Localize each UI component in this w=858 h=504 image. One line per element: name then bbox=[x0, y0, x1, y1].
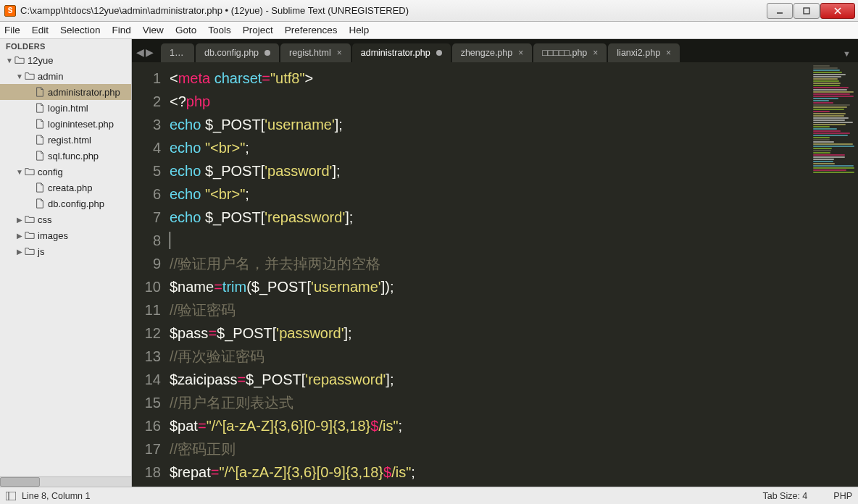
tab-lianxi2-php[interactable]: lianxi2.php× bbox=[608, 43, 680, 62]
disclosure-open-icon[interactable]: ▼ bbox=[16, 72, 23, 80]
file-icon bbox=[35, 119, 45, 129]
tab-label: db.config.php bbox=[204, 48, 259, 58]
file-icon bbox=[35, 103, 45, 113]
tree-item-label: sql.func.php bbox=[48, 151, 99, 161]
tree-item-sql-func-php[interactable]: sql.func.php bbox=[0, 148, 131, 164]
file-icon bbox=[35, 87, 45, 97]
menu-tools[interactable]: Tools bbox=[208, 25, 231, 35]
tab--php[interactable]: □□□□□.php× bbox=[533, 43, 607, 62]
tab-1229[interactable]: 1229 bbox=[161, 43, 194, 62]
tree-item-label: logininteset.php bbox=[48, 119, 114, 130]
tree-item-label: login.html bbox=[48, 103, 88, 114]
menu-selection[interactable]: Selection bbox=[60, 25, 101, 35]
tab-nav-arrows: ◀ ▶ bbox=[136, 46, 154, 58]
status-tabsize[interactable]: Tab Size: 4 bbox=[762, 491, 807, 501]
tree-item-12yue[interactable]: ▼12yue bbox=[0, 52, 131, 68]
menu-help[interactable]: Help bbox=[349, 25, 370, 35]
editor-area: ◀ ▶ 1229db.config.phpregist.html×adminis… bbox=[132, 39, 858, 487]
status-position[interactable]: Line 8, Column 1 bbox=[22, 491, 91, 501]
menu-edit[interactable]: Edit bbox=[32, 25, 49, 35]
tree-item-label: images bbox=[38, 230, 68, 241]
disclosure-closed-icon[interactable]: ▶ bbox=[16, 216, 23, 224]
tab-label: administrator.php bbox=[361, 48, 430, 58]
tree-item-css[interactable]: ▶css bbox=[0, 211, 131, 227]
folder-icon bbox=[25, 167, 35, 177]
tab-label: zhengze.php bbox=[461, 48, 513, 58]
tab-close-icon[interactable]: × bbox=[518, 48, 523, 58]
tab-zhengze-php[interactable]: zhengze.php× bbox=[452, 43, 533, 62]
tree-item-label: admin bbox=[38, 71, 63, 82]
tree-item-label: regist.html bbox=[48, 135, 91, 146]
tab-regist-html[interactable]: regist.html× bbox=[280, 43, 351, 62]
menu-view[interactable]: View bbox=[143, 25, 164, 35]
file-icon bbox=[35, 182, 45, 193]
tree-item-js[interactable]: ▶js bbox=[0, 243, 131, 259]
menu-goto[interactable]: Goto bbox=[175, 25, 196, 35]
tab-label: regist.html bbox=[289, 48, 331, 58]
menu-file[interactable]: File bbox=[4, 25, 20, 35]
tab-close-icon[interactable]: × bbox=[337, 48, 342, 58]
menu-find[interactable]: Find bbox=[112, 25, 131, 35]
svg-rect-1 bbox=[804, 8, 809, 14]
code-content[interactable]: <meta charset="utf8"><?phpecho $_POST['u… bbox=[170, 62, 812, 487]
folder-icon bbox=[14, 55, 25, 65]
sidebar: FOLDERS ▼12yue▼adminadministrator.phplog… bbox=[0, 39, 132, 487]
disclosure-closed-icon[interactable]: ▶ bbox=[16, 232, 23, 240]
tree-item-login-html[interactable]: login.html bbox=[0, 100, 131, 116]
sidebar-hscrollbar[interactable] bbox=[0, 476, 131, 487]
tree-item-label: administrator.php bbox=[48, 87, 120, 98]
tab-close-icon[interactable]: × bbox=[666, 48, 671, 58]
file-icon bbox=[35, 198, 45, 209]
svg-rect-4 bbox=[6, 492, 16, 500]
tree-item-regist-html[interactable]: regist.html bbox=[0, 132, 131, 148]
window-titlebar: S C:\xampp\htdocs\12yue\admin\administra… bbox=[0, 0, 858, 22]
tree-item-label: css bbox=[38, 214, 52, 225]
disclosure-open-icon[interactable]: ▼ bbox=[6, 56, 13, 64]
close-button[interactable] bbox=[820, 3, 855, 19]
minimize-button[interactable] bbox=[767, 3, 793, 19]
status-panel-icon[interactable] bbox=[6, 492, 16, 500]
folder-icon bbox=[25, 246, 35, 256]
tree-item-creata-php[interactable]: creata.php bbox=[0, 180, 131, 196]
dirty-indicator-icon bbox=[265, 50, 270, 56]
file-icon bbox=[35, 135, 45, 145]
folder-icon bbox=[25, 71, 35, 81]
minimap[interactable] bbox=[812, 62, 858, 487]
disclosure-closed-icon[interactable]: ▶ bbox=[16, 248, 23, 256]
status-syntax[interactable]: PHP bbox=[833, 491, 852, 501]
tree-item-label: config bbox=[38, 167, 63, 177]
tab-label: 1229 bbox=[170, 48, 186, 58]
status-bar: Line 8, Column 1 Tab Size: 4 PHP bbox=[0, 487, 858, 504]
window-title: C:\xampp\htdocs\12yue\admin\administrato… bbox=[20, 5, 767, 16]
tree-item-images[interactable]: ▶images bbox=[0, 227, 131, 243]
tree-item-label: db.config.php bbox=[48, 198, 104, 209]
tree-item-label: 12yue bbox=[28, 55, 53, 66]
folder-tree[interactable]: ▼12yue▼adminadministrator.phplogin.htmll… bbox=[0, 52, 131, 476]
folder-icon bbox=[25, 230, 35, 240]
tab-administrator-php[interactable]: administrator.php bbox=[352, 43, 451, 62]
tab-db-config-php[interactable]: db.config.php bbox=[196, 43, 279, 62]
tree-item-admin[interactable]: ▼admin bbox=[0, 68, 131, 84]
tab-overflow-icon[interactable]: ▼ bbox=[843, 49, 851, 58]
tab-label: lianxi2.php bbox=[617, 48, 660, 58]
maximize-button[interactable] bbox=[794, 3, 820, 19]
tab-close-icon[interactable]: × bbox=[593, 48, 598, 58]
line-gutter: 123456789101112131415161718 bbox=[132, 62, 170, 487]
app-icon: S bbox=[4, 5, 16, 17]
tree-item-label: js bbox=[38, 246, 44, 257]
menu-preferences[interactable]: Preferences bbox=[285, 25, 338, 35]
dirty-indicator-icon bbox=[436, 50, 442, 56]
tree-item-db-config-php[interactable]: db.config.php bbox=[0, 196, 131, 211]
code-area[interactable]: 123456789101112131415161718 <meta charse… bbox=[132, 62, 858, 487]
folder-icon bbox=[25, 214, 35, 224]
menu-project[interactable]: Project bbox=[243, 25, 273, 35]
tree-item-label: creata.php bbox=[48, 182, 92, 193]
disclosure-open-icon[interactable]: ▼ bbox=[16, 168, 23, 176]
tree-item-administrator-php[interactable]: administrator.php bbox=[0, 84, 131, 100]
tab-nav-prev-icon[interactable]: ◀ bbox=[136, 46, 144, 58]
tree-item-config[interactable]: ▼config bbox=[0, 164, 131, 180]
tab-label: □□□□□.php bbox=[542, 48, 587, 58]
tree-item-logininteset-php[interactable]: logininteset.php bbox=[0, 116, 131, 132]
tab-nav-next-icon[interactable]: ▶ bbox=[146, 46, 154, 58]
scrollbar-thumb[interactable] bbox=[0, 477, 40, 487]
